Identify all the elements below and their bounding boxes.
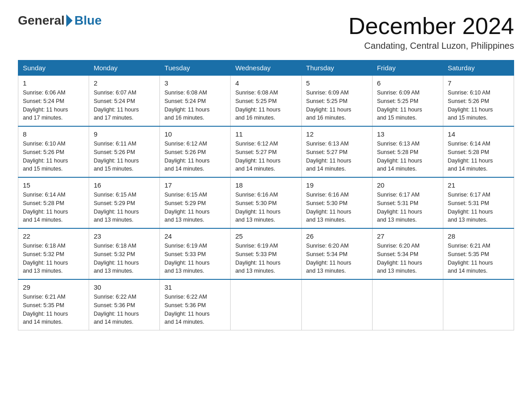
calendar-cell [231, 279, 301, 330]
calendar-cell: 9Sunrise: 6:11 AM Sunset: 5:26 PM Daylig… [89, 126, 160, 177]
column-header-monday: Monday [89, 60, 160, 76]
calendar-cell [443, 279, 514, 330]
calendar-cell: 11Sunrise: 6:12 AM Sunset: 5:27 PM Dayli… [231, 126, 301, 177]
day-info: Sunrise: 6:10 AM Sunset: 5:26 PM Dayligh… [23, 140, 84, 173]
day-number: 12 [306, 130, 368, 138]
day-number: 26 [306, 232, 368, 240]
column-header-sunday: Sunday [18, 60, 89, 76]
calendar-cell: 20Sunrise: 6:17 AM Sunset: 5:31 PM Dayli… [372, 177, 443, 228]
day-number: 30 [94, 283, 155, 291]
day-number: 25 [235, 232, 296, 240]
day-number: 7 [448, 79, 509, 87]
calendar-cell: 18Sunrise: 6:16 AM Sunset: 5:30 PM Dayli… [231, 177, 301, 228]
column-header-wednesday: Wednesday [231, 60, 301, 76]
day-info: Sunrise: 6:08 AM Sunset: 5:24 PM Dayligh… [164, 89, 226, 122]
calendar-week-row: 15Sunrise: 6:14 AM Sunset: 5:28 PM Dayli… [18, 177, 514, 228]
calendar-cell: 22Sunrise: 6:18 AM Sunset: 5:32 PM Dayli… [18, 228, 89, 279]
column-header-friday: Friday [372, 60, 443, 76]
calendar-cell: 8Sunrise: 6:10 AM Sunset: 5:26 PM Daylig… [18, 126, 89, 177]
day-number: 13 [377, 130, 438, 138]
column-header-saturday: Saturday [443, 60, 514, 76]
calendar-header-row: SundayMondayTuesdayWednesdayThursdayFrid… [18, 60, 514, 76]
day-info: Sunrise: 6:11 AM Sunset: 5:26 PM Dayligh… [94, 140, 155, 173]
calendar-week-row: 1Sunrise: 6:06 AM Sunset: 5:24 PM Daylig… [18, 76, 514, 127]
calendar-cell: 25Sunrise: 6:19 AM Sunset: 5:33 PM Dayli… [231, 228, 301, 279]
day-number: 9 [94, 130, 155, 138]
day-info: Sunrise: 6:15 AM Sunset: 5:29 PM Dayligh… [164, 191, 226, 224]
day-number: 8 [23, 130, 84, 138]
day-info: Sunrise: 6:14 AM Sunset: 5:28 PM Dayligh… [448, 140, 509, 173]
day-number: 22 [23, 232, 84, 240]
day-number: 1 [23, 79, 84, 87]
day-info: Sunrise: 6:16 AM Sunset: 5:30 PM Dayligh… [235, 191, 296, 224]
calendar-week-row: 8Sunrise: 6:10 AM Sunset: 5:26 PM Daylig… [18, 126, 514, 177]
day-info: Sunrise: 6:18 AM Sunset: 5:32 PM Dayligh… [94, 242, 155, 275]
day-number: 16 [94, 181, 155, 189]
day-number: 27 [377, 232, 438, 240]
day-info: Sunrise: 6:21 AM Sunset: 5:35 PM Dayligh… [23, 293, 84, 326]
calendar-cell: 23Sunrise: 6:18 AM Sunset: 5:32 PM Dayli… [89, 228, 160, 279]
day-info: Sunrise: 6:18 AM Sunset: 5:32 PM Dayligh… [23, 242, 84, 275]
calendar-cell: 14Sunrise: 6:14 AM Sunset: 5:28 PM Dayli… [443, 126, 514, 177]
day-info: Sunrise: 6:21 AM Sunset: 5:35 PM Dayligh… [448, 242, 509, 275]
calendar-week-row: 22Sunrise: 6:18 AM Sunset: 5:32 PM Dayli… [18, 228, 514, 279]
day-number: 20 [377, 181, 438, 189]
calendar-cell: 13Sunrise: 6:13 AM Sunset: 5:28 PM Dayli… [372, 126, 443, 177]
day-info: Sunrise: 6:17 AM Sunset: 5:31 PM Dayligh… [377, 191, 438, 224]
day-info: Sunrise: 6:10 AM Sunset: 5:26 PM Dayligh… [448, 89, 509, 122]
calendar-cell: 4Sunrise: 6:08 AM Sunset: 5:25 PM Daylig… [231, 76, 301, 127]
calendar-week-row: 29Sunrise: 6:21 AM Sunset: 5:35 PM Dayli… [18, 279, 514, 330]
calendar-table: SundayMondayTuesdayWednesdayThursdayFrid… [18, 60, 514, 330]
calendar-cell: 1Sunrise: 6:06 AM Sunset: 5:24 PM Daylig… [18, 76, 89, 127]
day-info: Sunrise: 6:20 AM Sunset: 5:34 PM Dayligh… [377, 242, 438, 275]
day-number: 21 [448, 181, 509, 189]
day-info: Sunrise: 6:09 AM Sunset: 5:25 PM Dayligh… [377, 89, 438, 122]
day-info: Sunrise: 6:12 AM Sunset: 5:26 PM Dayligh… [164, 140, 226, 173]
day-info: Sunrise: 6:19 AM Sunset: 5:33 PM Dayligh… [164, 242, 226, 275]
calendar-cell: 27Sunrise: 6:20 AM Sunset: 5:34 PM Dayli… [372, 228, 443, 279]
day-info: Sunrise: 6:17 AM Sunset: 5:31 PM Dayligh… [448, 191, 509, 224]
day-info: Sunrise: 6:13 AM Sunset: 5:27 PM Dayligh… [306, 140, 368, 173]
column-header-thursday: Thursday [301, 60, 372, 76]
column-header-tuesday: Tuesday [160, 60, 231, 76]
calendar-cell: 6Sunrise: 6:09 AM Sunset: 5:25 PM Daylig… [372, 76, 443, 127]
calendar-cell: 21Sunrise: 6:17 AM Sunset: 5:31 PM Dayli… [443, 177, 514, 228]
calendar-cell: 12Sunrise: 6:13 AM Sunset: 5:27 PM Dayli… [301, 126, 372, 177]
day-info: Sunrise: 6:09 AM Sunset: 5:25 PM Dayligh… [306, 89, 368, 122]
day-info: Sunrise: 6:13 AM Sunset: 5:28 PM Dayligh… [377, 140, 438, 173]
calendar-cell: 24Sunrise: 6:19 AM Sunset: 5:33 PM Dayli… [160, 228, 231, 279]
day-info: Sunrise: 6:08 AM Sunset: 5:25 PM Dayligh… [235, 89, 296, 122]
calendar-cell: 5Sunrise: 6:09 AM Sunset: 5:25 PM Daylig… [301, 76, 372, 127]
calendar-cell: 10Sunrise: 6:12 AM Sunset: 5:26 PM Dayli… [160, 126, 231, 177]
day-info: Sunrise: 6:12 AM Sunset: 5:27 PM Dayligh… [235, 140, 296, 173]
calendar-cell: 31Sunrise: 6:22 AM Sunset: 5:36 PM Dayli… [160, 279, 231, 330]
calendar-cell: 16Sunrise: 6:15 AM Sunset: 5:29 PM Dayli… [89, 177, 160, 228]
calendar-cell: 7Sunrise: 6:10 AM Sunset: 5:26 PM Daylig… [443, 76, 514, 127]
day-number: 15 [23, 181, 84, 189]
month-year-title: December 2024 [348, 13, 514, 39]
day-number: 14 [448, 130, 509, 138]
day-info: Sunrise: 6:20 AM Sunset: 5:34 PM Dayligh… [306, 242, 368, 275]
calendar-cell: 28Sunrise: 6:21 AM Sunset: 5:35 PM Dayli… [443, 228, 514, 279]
day-info: Sunrise: 6:15 AM Sunset: 5:29 PM Dayligh… [94, 191, 155, 224]
day-number: 23 [94, 232, 155, 240]
day-info: Sunrise: 6:22 AM Sunset: 5:36 PM Dayligh… [164, 293, 226, 326]
day-number: 29 [23, 283, 84, 291]
day-number: 28 [448, 232, 509, 240]
logo: General Blue [18, 13, 102, 28]
title-block: December 2024 Candating, Central Luzon, … [348, 13, 514, 51]
day-info: Sunrise: 6:19 AM Sunset: 5:33 PM Dayligh… [235, 242, 296, 275]
logo-general-text: General [18, 13, 64, 28]
day-number: 6 [377, 79, 438, 87]
page-header: General Blue December 2024 Candating, Ce… [18, 13, 514, 51]
logo-blue-text: Blue [74, 13, 102, 28]
calendar-cell: 19Sunrise: 6:16 AM Sunset: 5:30 PM Dayli… [301, 177, 372, 228]
day-info: Sunrise: 6:14 AM Sunset: 5:28 PM Dayligh… [23, 191, 84, 224]
day-number: 4 [235, 79, 296, 87]
day-number: 10 [164, 130, 226, 138]
day-number: 18 [235, 181, 296, 189]
calendar-cell [372, 279, 443, 330]
calendar-cell: 2Sunrise: 6:07 AM Sunset: 5:24 PM Daylig… [89, 76, 160, 127]
calendar-cell: 26Sunrise: 6:20 AM Sunset: 5:34 PM Dayli… [301, 228, 372, 279]
calendar-cell: 3Sunrise: 6:08 AM Sunset: 5:24 PM Daylig… [160, 76, 231, 127]
